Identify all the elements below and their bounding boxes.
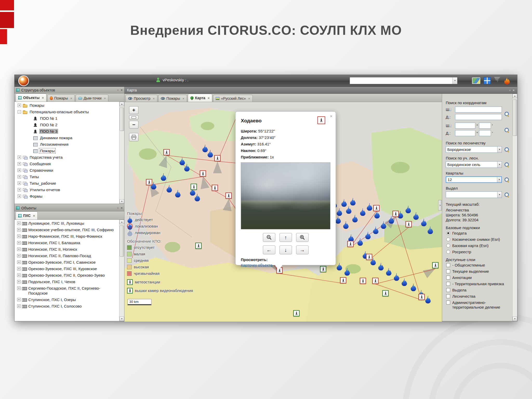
expand-icon[interactable]: + bbox=[18, 188, 21, 191]
fire-marker[interactable] bbox=[175, 190, 181, 198]
fire-marker[interactable] bbox=[336, 263, 343, 271]
tree-item[interactable]: ПОО № 2 bbox=[15, 122, 119, 128]
fire-marker[interactable] bbox=[374, 211, 380, 220]
layer-option[interactable]: Выдела bbox=[446, 288, 510, 292]
fire-marker[interactable] bbox=[378, 263, 384, 271]
fire-marker[interactable] bbox=[385, 268, 392, 277]
meteo-station-marker[interactable] bbox=[195, 243, 202, 249]
camera-tower-marker[interactable] bbox=[393, 211, 399, 217]
search-icon[interactable] bbox=[504, 147, 510, 152]
basemap-option[interactable]: Базовая карта (Esri) bbox=[446, 243, 510, 248]
layer-option[interactable]: Административно-территориальное деление bbox=[446, 300, 510, 310]
quarters-select[interactable]: 12 ▼ bbox=[446, 176, 502, 183]
collapse-panel-button[interactable]: > bbox=[438, 200, 442, 210]
expand-icon[interactable]: + bbox=[18, 175, 21, 178]
meteo-station-marker[interactable] bbox=[382, 290, 389, 296]
checkbox-icon[interactable] bbox=[446, 288, 450, 292]
scroll-down-icon[interactable]: ▼ bbox=[119, 199, 124, 204]
forestry-select[interactable]: Бородинское ▼ bbox=[446, 146, 502, 153]
camera-tower-marker[interactable] bbox=[373, 205, 380, 211]
tree-item[interactable]: +Подсистема учета bbox=[15, 154, 119, 161]
chevron-down-icon[interactable]: ▼ bbox=[497, 162, 502, 168]
fire-marker[interactable] bbox=[373, 227, 379, 235]
list-item[interactable]: +Ступинское, ПХС I, Озеры bbox=[15, 296, 119, 303]
close-icon[interactable]: × bbox=[121, 88, 123, 92]
camera-tower-marker[interactable] bbox=[146, 179, 152, 185]
tiles-icon[interactable] bbox=[484, 77, 491, 84]
pin-icon[interactable]: ▫ bbox=[117, 206, 119, 210]
checkbox-icon[interactable] bbox=[446, 276, 450, 280]
basemap-option[interactable]: Космические снимки (Esri) bbox=[446, 237, 510, 242]
layer-option[interactable]: - Общесистемные bbox=[446, 263, 510, 268]
vydel-select[interactable]: ▼ bbox=[446, 191, 502, 198]
camera-tower-marker[interactable] bbox=[360, 278, 366, 284]
radio-icon[interactable] bbox=[446, 231, 450, 235]
list-item[interactable]: +Ступинское, ПХС I, Солосово bbox=[15, 303, 119, 309]
fire-icon[interactable] bbox=[504, 77, 510, 84]
checkbox-icon[interactable] bbox=[446, 269, 450, 273]
fire-marker[interactable] bbox=[350, 198, 356, 207]
camera-right-button[interactable]: → bbox=[296, 245, 309, 254]
zoom-extent-button[interactable] bbox=[129, 115, 138, 119]
fire-marker[interactable] bbox=[160, 173, 167, 182]
expand-icon[interactable]: + bbox=[17, 241, 21, 244]
fire-marker[interactable] bbox=[401, 278, 408, 287]
structure-tab[interactable]: Пожары× bbox=[47, 95, 75, 102]
minimize-icon[interactable]: ▫ bbox=[509, 88, 511, 92]
close-icon[interactable]: × bbox=[104, 96, 106, 100]
fire-marker[interactable] bbox=[336, 208, 343, 217]
expand-icon[interactable]: + bbox=[18, 195, 21, 198]
right-panel-scrollbar[interactable]: ▲ ▼ bbox=[512, 94, 517, 321]
camera-tower-marker[interactable] bbox=[366, 254, 372, 260]
close-icon[interactable]: × bbox=[70, 96, 72, 100]
radio-icon[interactable] bbox=[446, 237, 450, 241]
layer-option[interactable]: Лесничества bbox=[446, 294, 510, 299]
structure-scrollbar[interactable]: ▲ ▼ bbox=[119, 102, 124, 204]
fire-marker[interactable] bbox=[345, 206, 352, 215]
tree-item[interactable]: -Потенциально-опасные объекты bbox=[15, 109, 119, 115]
tree-item[interactable]: Динамики пожара bbox=[15, 135, 119, 141]
fire-marker[interactable] bbox=[380, 221, 387, 230]
district-select[interactable]: Бородинское сель ▼ bbox=[446, 161, 502, 168]
camera-tower-marker[interactable] bbox=[372, 278, 378, 284]
fire-marker[interactable] bbox=[166, 185, 172, 194]
tree-item[interactable]: Пожары bbox=[15, 148, 119, 154]
list-item[interactable]: +Ногинское, ПХС II, Ногинск bbox=[15, 246, 119, 252]
camera-tower-marker[interactable] bbox=[418, 294, 425, 300]
camera-up-button[interactable]: ↑ bbox=[280, 233, 292, 242]
fire-marker[interactable] bbox=[344, 268, 350, 277]
zoom-in-button[interactable]: + bbox=[129, 106, 138, 114]
scroll-thumb[interactable] bbox=[120, 225, 124, 257]
lat-min-input[interactable] bbox=[479, 123, 491, 129]
expand-icon[interactable]: + bbox=[17, 287, 21, 290]
fire-marker[interactable] bbox=[421, 219, 427, 227]
expand-icon[interactable]: + bbox=[17, 298, 21, 301]
list-item[interactable]: +Орехово-Зуевское, ПХС III, Куровское bbox=[15, 265, 119, 272]
list-item[interactable]: +Наро-Фоминское, ПХС III, Наро-Фоминск bbox=[15, 233, 119, 240]
fire-marker[interactable] bbox=[357, 238, 363, 247]
fire-marker[interactable] bbox=[427, 227, 434, 235]
chevron-down-icon[interactable]: ▼ bbox=[497, 177, 501, 182]
fire-marker[interactable] bbox=[366, 203, 373, 212]
fire-marker[interactable] bbox=[425, 296, 431, 304]
expand-icon[interactable]: + bbox=[17, 280, 21, 283]
map-tab[interactable]: «Русский Лес»× bbox=[213, 95, 253, 102]
camera-tower-marker[interactable] bbox=[347, 241, 354, 247]
list-item[interactable]: +Московское учебно-опытное, ПХС III, Соф… bbox=[15, 227, 119, 233]
list-item[interactable]: +Луховицкое, ПХС III, Луховицы bbox=[15, 220, 119, 227]
close-icon[interactable]: × bbox=[33, 214, 35, 218]
expand-icon[interactable]: + bbox=[17, 267, 21, 270]
fire-marker[interactable] bbox=[352, 215, 358, 223]
search-dropdown-icon[interactable]: ▼ bbox=[453, 77, 457, 84]
search-icon[interactable] bbox=[504, 162, 510, 168]
search-icon[interactable] bbox=[504, 177, 510, 183]
list-item[interactable]: +Подольское, ПХС I, Чехов bbox=[15, 278, 119, 285]
basemap-option[interactable]: Геодата bbox=[446, 231, 510, 236]
expand-icon[interactable]: + bbox=[17, 274, 21, 277]
tree-item[interactable]: +Формы bbox=[15, 193, 119, 200]
objects-scrollbar[interactable]: ▲ ▼ bbox=[119, 220, 124, 321]
layer-option[interactable]: Аннотации bbox=[446, 275, 510, 280]
expand-icon[interactable]: + bbox=[18, 182, 21, 185]
chevron-down-icon[interactable]: ▼ bbox=[497, 192, 502, 198]
expand-icon[interactable]: + bbox=[18, 162, 21, 165]
